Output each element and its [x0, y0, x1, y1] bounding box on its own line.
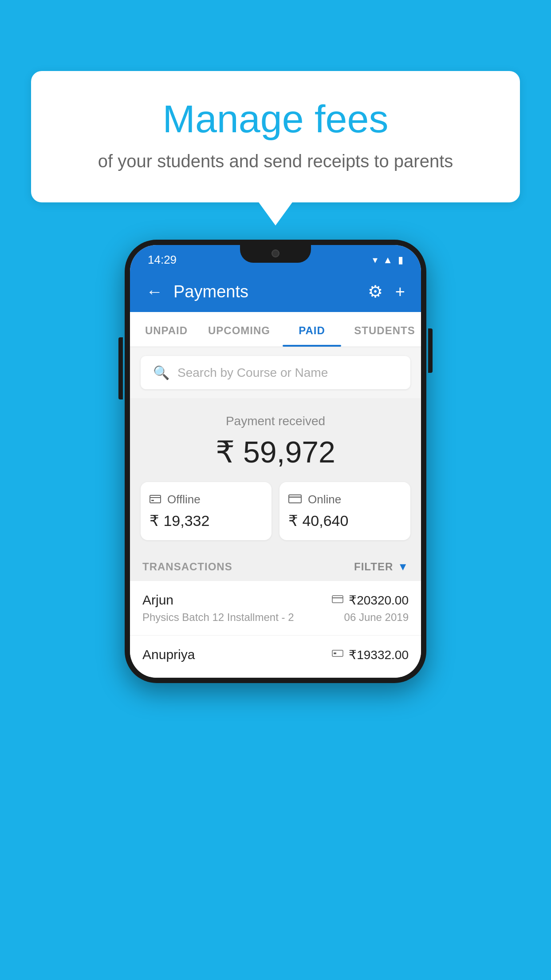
offline-type: Offline — [167, 493, 201, 506]
phone-screen: 14:29 ▾ ▲ ▮ ← Payments ⚙ + — [130, 245, 421, 678]
transactions-label: TRANSACTIONS — [142, 561, 232, 573]
transaction-row-top: Arjun ₹20320.00 — [142, 593, 409, 608]
transaction-amount-wrap: ₹20320.00 — [332, 593, 409, 608]
transaction-card-icon — [332, 594, 343, 606]
payment-summary: Payment received ₹ 59,972 — [130, 398, 421, 553]
wifi-icon: ▾ — [373, 254, 378, 266]
tab-unpaid[interactable]: UNPAID — [130, 312, 203, 347]
phone-container: 14:29 ▾ ▲ ▮ ← Payments ⚙ + — [125, 240, 426, 683]
online-icon — [288, 494, 302, 506]
status-time: 14:29 — [148, 253, 177, 267]
svg-rect-5 — [334, 652, 336, 654]
transaction-cash-icon — [332, 648, 343, 661]
transaction-amount-wrap-2: ₹19332.00 — [332, 648, 409, 662]
speech-bubble-container: Manage fees of your students and send re… — [31, 71, 520, 202]
offline-card-header: Offline — [150, 493, 263, 506]
svg-rect-2 — [289, 495, 301, 503]
search-container: 🔍 Search by Course or Name — [130, 347, 421, 398]
transaction-row[interactable]: Anupriya ₹19332.00 — [130, 636, 421, 678]
signal-icon: ▲ — [383, 254, 393, 266]
transaction-name: Arjun — [142, 593, 173, 608]
bubble-subtitle: of your students and send receipts to pa… — [67, 151, 484, 171]
online-amount: ₹ 40,640 — [288, 512, 401, 530]
offline-icon — [150, 494, 161, 506]
payment-label: Payment received — [141, 414, 410, 428]
online-card: Online ₹ 40,640 — [279, 482, 410, 540]
filter-label: FILTER — [354, 561, 393, 573]
transactions-list: Arjun ₹20320.00 Physics — [130, 581, 421, 678]
offline-amount: ₹ 19,332 — [150, 512, 263, 530]
tab-paid[interactable]: PAID — [276, 312, 348, 347]
online-type: Online — [308, 493, 341, 506]
filter-button[interactable]: FILTER ▼ — [354, 561, 409, 573]
tabs-container: UNPAID UPCOMING PAID STUDENTS — [130, 312, 421, 347]
battery-icon: ▮ — [398, 254, 403, 266]
status-icons: ▾ ▲ ▮ — [373, 254, 403, 266]
settings-button[interactable]: ⚙ — [368, 282, 383, 301]
app-bar-right: ⚙ + — [368, 282, 405, 301]
app-bar-title: Payments — [173, 282, 248, 301]
front-camera — [272, 249, 279, 257]
payment-cards: Offline ₹ 19,332 Online — [141, 482, 410, 540]
transaction-name-2: Anupriya — [142, 647, 195, 662]
tab-students[interactable]: STUDENTS — [348, 312, 421, 347]
offline-card: Offline ₹ 19,332 — [141, 482, 272, 540]
transaction-amount-2: ₹19332.00 — [349, 648, 409, 662]
phone-device: 14:29 ▾ ▲ ▮ ← Payments ⚙ + — [125, 240, 426, 683]
tab-upcoming[interactable]: UPCOMING — [203, 312, 276, 347]
back-button[interactable]: ← — [146, 282, 163, 301]
svg-rect-3 — [332, 596, 343, 603]
bubble-title: Manage fees — [67, 98, 484, 141]
payment-amount: ₹ 59,972 — [141, 435, 410, 470]
transaction-amount: ₹20320.00 — [349, 593, 409, 608]
search-placeholder: Search by Course or Name — [177, 366, 328, 380]
phone-notch — [240, 245, 311, 263]
transaction-row-top: Anupriya ₹19332.00 — [142, 647, 409, 662]
filter-icon: ▼ — [398, 561, 409, 573]
app-bar: ← Payments ⚙ + — [130, 271, 421, 312]
app-bar-left: ← Payments — [146, 282, 248, 301]
transaction-date: 06 June 2019 — [344, 611, 409, 624]
search-bar[interactable]: 🔍 Search by Course or Name — [141, 356, 410, 389]
transactions-header: TRANSACTIONS FILTER ▼ — [130, 553, 421, 581]
search-icon: 🔍 — [153, 365, 169, 380]
svg-rect-0 — [150, 495, 161, 503]
transaction-course: Physics Batch 12 Installment - 2 — [142, 611, 294, 624]
add-button[interactable]: + — [395, 282, 405, 301]
online-card-header: Online — [288, 493, 401, 506]
speech-bubble: Manage fees of your students and send re… — [31, 71, 520, 202]
transaction-row[interactable]: Arjun ₹20320.00 Physics — [130, 581, 421, 636]
transaction-row-bottom: Physics Batch 12 Installment - 2 06 June… — [142, 611, 409, 624]
svg-rect-1 — [151, 500, 154, 501]
